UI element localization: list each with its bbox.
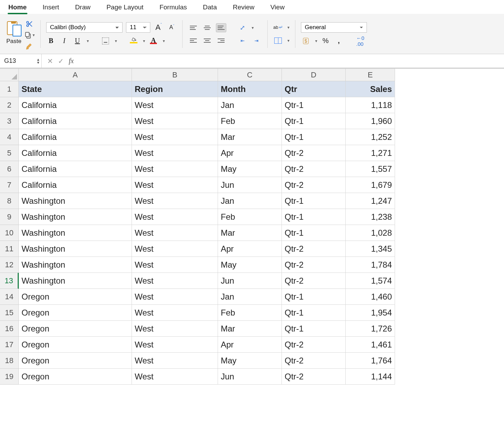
data-cell[interactable]: 1,726 <box>346 321 395 337</box>
data-cell[interactable]: West <box>132 225 218 241</box>
data-cell[interactable]: Qtr-1 <box>282 97 346 113</box>
data-cell[interactable]: 1,954 <box>346 305 395 321</box>
data-cell[interactable]: California <box>19 113 132 129</box>
tab-formulas[interactable]: Formulas <box>157 2 189 14</box>
data-cell[interactable]: West <box>132 257 218 273</box>
align-center-button[interactable] <box>202 36 212 45</box>
data-cell[interactable]: Oregon <box>19 305 132 321</box>
data-cell[interactable]: West <box>132 97 218 113</box>
tab-review[interactable]: Review <box>231 2 257 14</box>
data-cell[interactable]: Qtr-1 <box>282 113 346 129</box>
data-cell[interactable]: Qtr-2 <box>282 353 346 369</box>
data-cell[interactable]: Qtr-1 <box>282 289 346 305</box>
data-cell[interactable]: Qtr-2 <box>282 241 346 257</box>
data-cell[interactable]: West <box>132 241 218 257</box>
data-cell[interactable]: Jun <box>218 369 282 385</box>
data-cell[interactable]: Washington <box>19 225 132 241</box>
paste-button[interactable]: Paste <box>6 20 22 45</box>
data-cell[interactable]: May <box>218 353 282 369</box>
column-header-D[interactable]: D <box>282 69 346 81</box>
enter-formula-button[interactable]: ✓ <box>58 57 64 65</box>
align-right-button[interactable] <box>216 36 226 45</box>
underline-button[interactable]: U <box>73 36 82 46</box>
column-header-C[interactable]: C <box>218 69 282 81</box>
data-cell[interactable]: California <box>19 161 132 177</box>
data-cell[interactable]: West <box>132 321 218 337</box>
copy-button[interactable]: ▾ <box>24 31 35 39</box>
row-header-16[interactable]: 16 <box>0 321 19 337</box>
data-cell[interactable]: Qtr-1 <box>282 193 346 209</box>
number-format-select[interactable]: General <box>301 22 367 33</box>
data-cell[interactable]: 1,960 <box>346 113 395 129</box>
data-cell[interactable]: Qtr-2 <box>282 177 346 193</box>
data-cell[interactable]: Jun <box>218 177 282 193</box>
row-header-5[interactable]: 5 <box>0 145 19 161</box>
row-header-8[interactable]: 8 <box>0 193 19 209</box>
decrease-font-button[interactable]: Aˇ <box>167 23 177 32</box>
data-cell[interactable]: Qtr-1 <box>282 209 346 225</box>
italic-button[interactable]: I <box>59 36 69 46</box>
data-cell[interactable]: West <box>132 113 218 129</box>
data-cell[interactable]: West <box>132 289 218 305</box>
tab-page-layout[interactable]: Page Layout <box>104 2 146 14</box>
header-cell[interactable]: Sales <box>346 81 395 97</box>
align-bottom-button[interactable] <box>216 23 226 32</box>
row-header-15[interactable]: 15 <box>0 305 19 321</box>
data-cell[interactable]: Oregon <box>19 321 132 337</box>
column-header-B[interactable]: B <box>132 69 218 81</box>
row-header-2[interactable]: 2 <box>0 97 19 113</box>
data-cell[interactable]: West <box>132 193 218 209</box>
align-middle-button[interactable] <box>202 23 212 32</box>
data-cell[interactable]: 1,764 <box>346 353 395 369</box>
data-cell[interactable]: West <box>132 177 218 193</box>
fx-button[interactable]: fx <box>69 57 74 65</box>
data-cell[interactable]: West <box>132 369 218 385</box>
tab-home[interactable]: Home <box>6 2 29 14</box>
font-name-select[interactable]: Calibri (Body) <box>46 22 123 33</box>
row-header-1[interactable]: 1 <box>0 81 19 97</box>
row-header-11[interactable]: 11 <box>0 241 19 257</box>
increase-font-button[interactable]: Aˆ <box>154 23 163 32</box>
row-header-12[interactable]: 12 <box>0 257 19 273</box>
data-cell[interactable]: Qtr-1 <box>282 225 346 241</box>
data-cell[interactable]: California <box>19 177 132 193</box>
row-header-7[interactable]: 7 <box>0 177 19 193</box>
data-cell[interactable]: Apr <box>218 337 282 353</box>
font-size-select[interactable]: 11 <box>126 22 150 33</box>
tab-draw[interactable]: Draw <box>73 2 92 14</box>
row-header-19[interactable]: 19 <box>0 369 19 385</box>
data-cell[interactable]: California <box>19 145 132 161</box>
data-cell[interactable]: 1,784 <box>346 257 395 273</box>
header-cell[interactable]: Qtr <box>282 81 346 97</box>
row-header-17[interactable]: 17 <box>0 337 19 353</box>
increase-decimal-button[interactable]: ←0.00 <box>355 36 365 46</box>
bold-button[interactable]: B <box>46 36 56 46</box>
data-cell[interactable]: Washington <box>19 273 132 289</box>
data-cell[interactable]: May <box>218 161 282 177</box>
tab-view[interactable]: View <box>268 2 287 14</box>
spreadsheet-grid[interactable]: ABCDE1StateRegionMonthQtrSales2Californi… <box>0 69 504 385</box>
merge-button[interactable] <box>273 36 283 45</box>
data-cell[interactable]: Qtr-2 <box>282 257 346 273</box>
data-cell[interactable]: Oregon <box>19 369 132 385</box>
data-cell[interactable]: Washington <box>19 193 132 209</box>
tab-data[interactable]: Data <box>201 2 219 14</box>
percent-button[interactable]: % <box>321 36 330 46</box>
data-cell[interactable]: 1,238 <box>346 209 395 225</box>
tab-insert[interactable]: Insert <box>41 2 61 14</box>
data-cell[interactable]: Qtr-1 <box>282 305 346 321</box>
data-cell[interactable]: Feb <box>218 113 282 129</box>
row-header-14[interactable]: 14 <box>0 289 19 305</box>
data-cell[interactable]: West <box>132 337 218 353</box>
column-header-A[interactable]: A <box>19 69 132 81</box>
data-cell[interactable]: Qtr-1 <box>282 129 346 145</box>
data-cell[interactable]: West <box>132 305 218 321</box>
data-cell[interactable]: Qtr-2 <box>282 161 346 177</box>
data-cell[interactable]: West <box>132 209 218 225</box>
data-cell[interactable]: 1,144 <box>346 369 395 385</box>
data-cell[interactable]: Oregon <box>19 353 132 369</box>
comma-style-button[interactable]: , <box>334 36 344 46</box>
row-header-9[interactable]: 9 <box>0 209 19 225</box>
data-cell[interactable]: West <box>132 353 218 369</box>
data-cell[interactable]: West <box>132 129 218 145</box>
